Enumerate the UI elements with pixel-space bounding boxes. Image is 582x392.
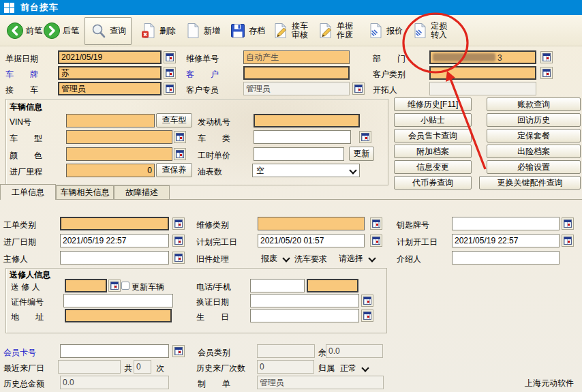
id-number-input[interactable] xyxy=(63,294,173,307)
plate-input[interactable] xyxy=(58,66,162,80)
side-button-insurance-files[interactable]: 出险档案 xyxy=(487,145,581,158)
key-tag-input[interactable] xyxy=(452,217,560,230)
update-vehicle-checkbox[interactable] xyxy=(121,282,129,290)
side-button-maintain-package[interactable]: 定保套餐 xyxy=(487,129,581,142)
customer-type-lookup-icon[interactable] xyxy=(540,67,553,79)
side-button-account-query[interactable]: 账款查询 xyxy=(487,97,581,111)
window-logo-icon xyxy=(4,3,14,13)
plan-start-lookup-icon[interactable] xyxy=(562,235,574,247)
side-button-revisit-history[interactable]: 回访历史 xyxy=(487,113,581,127)
side-button-key-parts-query[interactable]: 更换关键配件查询 xyxy=(479,176,581,190)
order-no-input[interactable] xyxy=(243,50,350,64)
birthday-lookup-icon[interactable] xyxy=(361,310,373,322)
in-date-input[interactable] xyxy=(60,234,169,247)
model-input[interactable] xyxy=(66,130,172,144)
side-button-repair-history[interactable]: 维修历史[F11] xyxy=(394,97,472,111)
side-button-required-settings[interactable]: 必输设置 xyxy=(487,160,581,174)
engine-no-input[interactable] xyxy=(254,114,360,127)
vehicle-class-lookup-icon[interactable] xyxy=(359,131,371,143)
vehicle-class-input[interactable] xyxy=(254,130,351,144)
address-input[interactable] xyxy=(65,309,172,322)
plan-start-input[interactable] xyxy=(452,234,560,247)
color-lookup-icon[interactable] xyxy=(174,148,186,160)
update-labor-button[interactable]: 更新 xyxy=(349,147,374,161)
old-parts-select[interactable]: 报废 xyxy=(261,253,289,265)
next-record-button[interactable]: 后笔 xyxy=(41,18,81,44)
order-type-input[interactable] xyxy=(60,217,169,230)
check-maintain-button[interactable]: 查保养 xyxy=(156,163,192,177)
chevron-down-icon xyxy=(350,168,356,174)
check-model-button[interactable]: 查车型 xyxy=(156,113,192,127)
phone-input-1[interactable] xyxy=(250,279,305,292)
order-type-lookup-icon[interactable] xyxy=(172,217,185,230)
plan-finish-input[interactable] xyxy=(258,234,365,247)
side-button-tips[interactable]: 小贴士 xyxy=(394,113,472,127)
visit-total-input[interactable] xyxy=(134,360,151,374)
tab-vehicle-related-info[interactable]: 车辆相关信息 xyxy=(56,185,114,199)
side-button-info-change[interactable]: 信息变更 xyxy=(394,160,472,174)
mechanic-input[interactable] xyxy=(60,251,169,265)
balance-input[interactable] xyxy=(326,344,383,358)
doc-date-lookup-icon[interactable] xyxy=(164,51,176,63)
receiver-lookup-icon[interactable] xyxy=(164,82,176,95)
advisor-input[interactable] xyxy=(243,82,350,95)
history-amount-input[interactable] xyxy=(60,376,169,389)
repair-type-input[interactable] xyxy=(258,217,365,230)
add-button[interactable]: 新增 xyxy=(182,18,222,44)
plate-lookup-icon[interactable] xyxy=(164,67,176,79)
loss-transfer-doc-icon xyxy=(411,22,429,40)
side-button-token-query[interactable]: 代币券查询 xyxy=(394,176,472,190)
side-button-extra-files[interactable]: 附加档案 xyxy=(394,145,472,158)
member-card-lookup-icon[interactable] xyxy=(172,345,185,357)
sender-name-input[interactable] xyxy=(65,279,107,292)
belong-select[interactable]: 正常 xyxy=(340,363,368,374)
member-card-label: 会员卡号 xyxy=(3,347,36,359)
receiver-input[interactable] xyxy=(58,82,162,95)
advisor-lookup-icon[interactable] xyxy=(352,82,365,95)
delete-doc-icon xyxy=(140,22,157,40)
in-date-lookup-icon[interactable] xyxy=(172,235,185,247)
customer-input[interactable] xyxy=(243,66,350,80)
void-doc-button[interactable]: 单据作废 xyxy=(315,18,355,44)
belong-label: 归属 xyxy=(318,363,335,374)
renew-date-input[interactable] xyxy=(250,294,359,307)
prev-record-button[interactable]: 前笔 xyxy=(4,18,44,44)
save-button[interactable]: 存档 xyxy=(227,18,267,44)
doc-date-input[interactable] xyxy=(58,50,162,64)
dept-lookup-icon[interactable] xyxy=(540,51,553,63)
phone-input-2[interactable] xyxy=(307,279,358,292)
renew-date-label: 换证日期 xyxy=(196,297,229,308)
vin-input[interactable] xyxy=(66,114,155,127)
key-tag-lookup-icon[interactable] xyxy=(562,217,574,230)
labor-price-input[interactable] xyxy=(254,147,344,161)
tab-workorder-info[interactable]: 工单信息 xyxy=(0,184,56,200)
add-label: 新增 xyxy=(204,25,220,37)
sender-name-lookup-icon[interactable] xyxy=(108,280,121,292)
repair-type-lookup-icon[interactable] xyxy=(370,217,382,230)
quote-button[interactable]: 报价 xyxy=(365,18,405,44)
dept-input[interactable]: 3 xyxy=(429,50,536,64)
birthday-input[interactable] xyxy=(250,309,359,322)
history-visits-input[interactable] xyxy=(257,360,314,374)
fuel-gauge-select[interactable]: 空 xyxy=(252,164,360,177)
query-button[interactable]: 查询 xyxy=(85,17,132,45)
receive-audit-button[interactable]: 接车审核 xyxy=(270,18,310,44)
introducer-input[interactable] xyxy=(452,251,560,265)
last-visit-input[interactable] xyxy=(58,360,121,374)
tab-fault-description[interactable]: 故障描述 xyxy=(114,185,170,199)
loss-transfer-button[interactable]: 定损转入 xyxy=(409,18,449,44)
wash-request-select[interactable]: 请选择 xyxy=(339,253,375,265)
customer-type-input[interactable] xyxy=(429,66,536,80)
plan-finish-lookup-icon[interactable] xyxy=(370,235,382,247)
member-type-input[interactable] xyxy=(257,344,315,358)
mileage-input[interactable] xyxy=(66,164,155,177)
color-input[interactable] xyxy=(66,147,172,161)
developer-input[interactable] xyxy=(429,82,536,95)
member-card-input[interactable] xyxy=(60,344,169,358)
maker-input[interactable] xyxy=(257,376,384,389)
mechanic-lookup-icon[interactable] xyxy=(172,252,185,264)
model-lookup-icon[interactable] xyxy=(174,131,186,143)
renew-date-lookup-icon[interactable] xyxy=(361,295,373,307)
delete-button[interactable]: 删除 xyxy=(138,18,178,44)
side-button-member-card-query[interactable]: 会员售卡查询 xyxy=(394,129,472,142)
